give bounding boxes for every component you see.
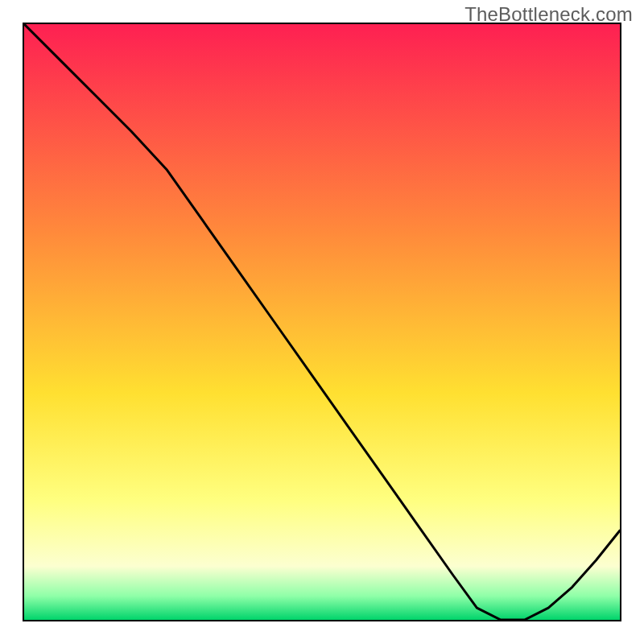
chart-svg (24, 24, 620, 620)
chart-container: TheBottleneck.com (0, 0, 644, 644)
chart-plot-area (23, 23, 621, 621)
